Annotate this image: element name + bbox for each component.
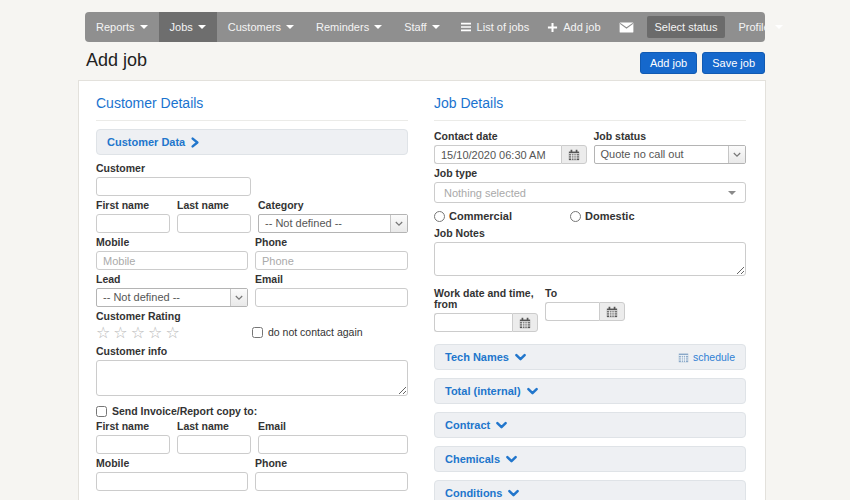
contact-date-calendar-button[interactable] xyxy=(561,145,587,164)
select-status-label: Select status xyxy=(655,21,718,33)
chevron-down-icon xyxy=(527,387,538,396)
last-name-input[interactable] xyxy=(177,214,251,233)
do-not-contact-checkbox-row: do not contact again xyxy=(252,327,363,338)
calendar-icon xyxy=(519,317,531,329)
customer-input[interactable] xyxy=(96,177,251,196)
mobile-label: Mobile xyxy=(96,237,248,248)
caret-down-icon xyxy=(775,25,783,29)
email-input[interactable] xyxy=(255,288,408,307)
caret-down-icon xyxy=(198,25,206,29)
domestic-radio-row: Domestic xyxy=(570,210,635,222)
star-icon[interactable] xyxy=(131,325,145,340)
chevron-down-icon xyxy=(496,421,507,430)
job-status-value: Quote no call out xyxy=(595,146,729,163)
lead-label: Lead xyxy=(96,274,248,285)
nav-item-reminders[interactable]: Reminders xyxy=(305,12,393,42)
nav-item-label: Reports xyxy=(96,21,135,33)
chemicals-label: Chemicals xyxy=(445,453,500,465)
copy-last-name-label: Last name xyxy=(177,421,251,432)
nav-item-jobs[interactable]: Jobs xyxy=(159,12,217,42)
caret-down-icon xyxy=(374,25,382,29)
nav-item-label: Reminders xyxy=(316,21,369,33)
nav-item-profile[interactable]: Profile xyxy=(729,12,791,42)
job-type-value: Nothing selected xyxy=(444,187,526,199)
caret-down-icon xyxy=(432,25,440,29)
chevron-down-icon xyxy=(515,353,526,362)
work-date-to-calendar-button[interactable] xyxy=(599,302,625,321)
copy-email-input[interactable] xyxy=(258,435,408,454)
list-icon xyxy=(460,22,472,32)
work-date-from-input[interactable] xyxy=(434,313,512,332)
copy-phone-input[interactable] xyxy=(255,472,408,491)
send-copy-checkbox-row: Send Invoice/Report copy to: xyxy=(96,406,408,417)
chevron-down-icon xyxy=(506,455,517,464)
job-notes-textarea[interactable] xyxy=(434,242,746,276)
work-date-from-calendar-button[interactable] xyxy=(512,313,538,332)
chevron-down-icon xyxy=(508,489,519,498)
calendar-icon xyxy=(568,149,580,161)
caret-down-icon xyxy=(286,25,294,29)
contract-section-header[interactable]: Contract xyxy=(434,412,746,438)
job-type-select[interactable]: Nothing selected xyxy=(434,182,746,203)
contract-label: Contract xyxy=(445,419,490,431)
mobile-input[interactable] xyxy=(96,251,248,270)
send-copy-checkbox[interactable] xyxy=(96,406,107,417)
nav-item-customers[interactable]: Customers xyxy=(217,12,305,42)
nav-item-staff[interactable]: Staff xyxy=(393,12,450,42)
messages-button[interactable] xyxy=(610,12,643,42)
copy-mobile-input[interactable] xyxy=(96,472,248,491)
copy-mobile-label: Mobile xyxy=(96,458,248,469)
lead-value: -- Not defined -- xyxy=(97,289,230,306)
star-icon[interactable] xyxy=(96,325,110,340)
commercial-radio[interactable] xyxy=(434,211,445,222)
commercial-label: Commercial xyxy=(449,210,512,222)
email-label: Email xyxy=(255,274,408,285)
add-job-link[interactable]: Add job xyxy=(538,12,609,42)
select-status-button[interactable]: Select status xyxy=(647,16,726,38)
chevron-right-icon xyxy=(191,137,199,148)
select-arrow-icon xyxy=(390,215,407,232)
first-name-input[interactable] xyxy=(96,214,170,233)
category-select[interactable]: -- Not defined -- xyxy=(258,214,408,233)
select-arrow-icon xyxy=(230,289,247,306)
category-value: -- Not defined -- xyxy=(259,215,390,232)
copy-first-name-input[interactable] xyxy=(96,435,170,454)
do-not-contact-checkbox[interactable] xyxy=(252,327,263,338)
first-name-label: First name xyxy=(96,200,170,211)
lead-select[interactable]: -- Not defined -- xyxy=(96,288,248,307)
star-icon[interactable] xyxy=(113,325,127,340)
nav-item-reports[interactable]: Reports xyxy=(85,12,159,42)
star-icon[interactable] xyxy=(165,325,179,340)
customer-label: Customer xyxy=(96,163,408,174)
customer-rating-stars xyxy=(96,325,252,340)
last-name-label: Last name xyxy=(177,200,251,211)
work-date-from-group xyxy=(434,313,538,332)
work-date-to-input[interactable] xyxy=(545,302,599,321)
contact-date-group xyxy=(434,145,587,164)
conditions-section-header[interactable]: Conditions xyxy=(434,480,746,500)
phone-input[interactable] xyxy=(255,251,408,270)
customer-data-section-header[interactable]: Customer Data xyxy=(96,129,408,155)
list-of-jobs-link[interactable]: List of jobs xyxy=(451,12,539,42)
customer-info-textarea[interactable] xyxy=(96,360,408,396)
caret-down-icon xyxy=(140,25,148,29)
profile-label: Profile xyxy=(738,21,769,33)
schedule-link[interactable]: schedule xyxy=(678,351,735,363)
chemicals-section-header[interactable]: Chemicals xyxy=(434,446,746,472)
customer-details-title: Customer Details xyxy=(96,93,408,121)
tech-names-section-header[interactable]: Tech Names schedule xyxy=(434,344,746,370)
add-job-button[interactable]: Add job xyxy=(640,52,697,74)
save-job-button[interactable]: Save job xyxy=(702,52,765,74)
job-status-select[interactable]: Quote no call out xyxy=(594,145,747,164)
job-status-label: Job status xyxy=(594,131,747,142)
work-date-to-label: To xyxy=(545,288,625,299)
top-navbar: Reports Jobs Customers Reminders Staff L… xyxy=(85,12,765,42)
total-internal-section-header[interactable]: Total (internal) xyxy=(434,378,746,404)
domestic-radio[interactable] xyxy=(570,211,581,222)
calendar-icon xyxy=(606,306,618,318)
header-actions: Add job Save job xyxy=(78,52,765,74)
schedule-label: schedule xyxy=(693,351,735,363)
copy-last-name-input[interactable] xyxy=(177,435,251,454)
contact-date-input[interactable] xyxy=(434,145,561,164)
star-icon[interactable] xyxy=(148,325,162,340)
